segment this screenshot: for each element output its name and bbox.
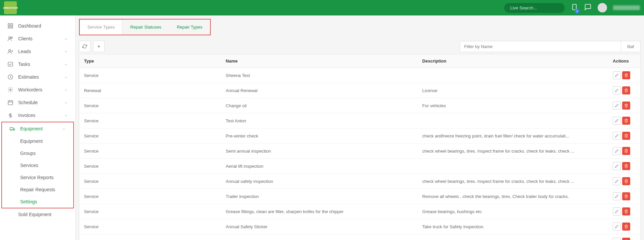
cell-actions bbox=[608, 98, 640, 113]
edit-button[interactable] bbox=[613, 86, 621, 94]
edit-button[interactable] bbox=[613, 102, 621, 110]
delete-button[interactable] bbox=[622, 207, 630, 215]
edit-button[interactable] bbox=[613, 117, 621, 125]
chevron-up-icon bbox=[62, 127, 66, 131]
svg-point-7 bbox=[9, 49, 11, 51]
th-actions: Actions bbox=[608, 54, 640, 68]
cell-type: Service bbox=[79, 219, 221, 234]
sidebar-sub-repair-requests[interactable]: Repair Requests bbox=[2, 184, 73, 196]
chat-icon[interactable] bbox=[584, 3, 592, 12]
sidebar-sub-service-reports[interactable]: Service Reports bbox=[2, 171, 73, 184]
sidebar-item-clients[interactable]: Clients bbox=[0, 32, 75, 45]
live-search-input[interactable] bbox=[504, 3, 565, 13]
table-row: Service Change oil For vehicles bbox=[79, 98, 641, 113]
truck-icon bbox=[9, 126, 15, 132]
table-row: Renewal Annual Renewal License bbox=[79, 83, 641, 98]
clock-icon bbox=[7, 74, 13, 80]
th-desc[interactable]: Description bbox=[417, 54, 608, 68]
table-row: Service Annual Safety Sticker Take truck… bbox=[79, 219, 641, 234]
delete-button[interactable] bbox=[622, 102, 630, 110]
svg-rect-3 bbox=[8, 27, 10, 28]
tab-repair-types[interactable]: Repair Types bbox=[169, 19, 210, 35]
sidebar-sub-groups[interactable]: Groups bbox=[2, 147, 73, 159]
cell-name: Semi annual inspection bbox=[221, 144, 418, 159]
sidebar-sub-equipment[interactable]: Equipment bbox=[2, 135, 73, 147]
go-button[interactable]: Go! bbox=[621, 41, 641, 52]
tabs-wrapper: Service Types Repair Statuses Repair Typ… bbox=[79, 19, 641, 35]
sidebar-item-schedule[interactable]: Schedule bbox=[0, 96, 75, 109]
chevron-down-icon bbox=[64, 49, 68, 53]
delete-button[interactable] bbox=[622, 177, 630, 185]
highlighted-equipment-section: Equipment Equipment Groups Services Serv… bbox=[1, 122, 74, 208]
th-type[interactable]: Type bbox=[79, 54, 221, 68]
avatar[interactable] bbox=[598, 3, 607, 12]
delete-button[interactable] bbox=[622, 147, 630, 155]
logo[interactable]: ARBOSTAR bbox=[4, 1, 17, 14]
svg-rect-2 bbox=[11, 24, 13, 25]
tab-repair-statuses[interactable]: Repair Statuses bbox=[122, 19, 169, 35]
sidebar-item-dashboard[interactable]: Dashboard bbox=[0, 19, 75, 32]
sidebar-item-estimates[interactable]: Estimates bbox=[0, 71, 75, 83]
cell-name: Grease fittings, clean are filter, sharp… bbox=[221, 204, 418, 219]
sidebar-sub-settings[interactable]: Settings bbox=[2, 196, 73, 208]
edit-button[interactable] bbox=[613, 132, 621, 140]
cell-actions bbox=[608, 128, 640, 144]
chevron-down-icon bbox=[64, 88, 68, 92]
cell-name: Test Anton bbox=[221, 113, 418, 128]
delete-button[interactable] bbox=[622, 238, 630, 240]
delete-button[interactable] bbox=[622, 117, 630, 125]
mobile-icon[interactable]: 1 bbox=[571, 3, 578, 12]
sidebar-item-invoices[interactable]: Invoices bbox=[0, 109, 75, 122]
cell-type: Service bbox=[79, 174, 221, 189]
delete-button[interactable] bbox=[622, 132, 630, 140]
refresh-button[interactable] bbox=[79, 41, 90, 52]
delete-button[interactable] bbox=[622, 192, 630, 200]
tab-service-types[interactable]: Service Types bbox=[80, 19, 122, 35]
add-button[interactable] bbox=[93, 41, 105, 52]
cell-type: Service bbox=[79, 204, 221, 219]
delete-button[interactable] bbox=[622, 223, 630, 231]
grid-icon bbox=[7, 23, 13, 29]
sidebar-sub-sold-equipment[interactable]: Sold Equipment bbox=[0, 208, 75, 221]
th-name[interactable]: Name bbox=[221, 54, 418, 68]
cell-name: Trailer inspection bbox=[221, 189, 418, 204]
sidebar-sub-services[interactable]: Services bbox=[2, 159, 73, 171]
edit-button[interactable] bbox=[613, 192, 621, 200]
edit-button[interactable] bbox=[613, 71, 621, 79]
sidebar-label: Dashboard bbox=[18, 23, 41, 29]
edit-button[interactable] bbox=[613, 207, 621, 215]
sidebar-label: Equipment bbox=[20, 126, 43, 131]
cell-desc: Remove all wheels , check the bearings, … bbox=[417, 189, 608, 204]
sidebar-item-tasks[interactable]: Tasks bbox=[0, 58, 75, 71]
table-row: Service Sheena Test bbox=[79, 68, 641, 83]
edit-button[interactable] bbox=[613, 162, 621, 170]
sidebar: Dashboard Clients Leads Tasks bbox=[0, 15, 76, 240]
sidebar-label: Workorders bbox=[18, 87, 42, 92]
gear-icon bbox=[7, 87, 13, 93]
svg-point-19 bbox=[10, 129, 11, 130]
edit-button[interactable] bbox=[613, 147, 621, 155]
sidebar-item-workorders[interactable]: Workorders bbox=[0, 83, 75, 96]
svg-rect-10 bbox=[8, 62, 13, 66]
sidebar-label: Tasks bbox=[18, 62, 30, 67]
filter-input[interactable] bbox=[460, 41, 621, 52]
delete-button[interactable] bbox=[622, 71, 630, 79]
cell-actions bbox=[608, 113, 640, 128]
table-row: Service Licence plate renewal Update Lic… bbox=[79, 234, 641, 240]
table-row: Service Annual safety inspection check w… bbox=[79, 174, 641, 189]
edit-button[interactable] bbox=[613, 177, 621, 185]
sidebar-item-leads[interactable]: Leads bbox=[0, 45, 75, 58]
username[interactable] bbox=[613, 5, 640, 10]
svg-rect-13 bbox=[8, 101, 13, 105]
edit-button[interactable] bbox=[613, 238, 621, 240]
delete-button[interactable] bbox=[622, 86, 630, 94]
cell-type: Service bbox=[79, 68, 221, 83]
delete-button[interactable] bbox=[622, 162, 630, 170]
header-right: 1 bbox=[504, 3, 640, 13]
sidebar-item-equipment[interactable]: Equipment bbox=[2, 122, 73, 135]
cell-actions bbox=[608, 234, 640, 240]
app-header: ARBOSTAR 1 bbox=[0, 0, 644, 15]
tabs: Service Types Repair Statuses Repair Typ… bbox=[80, 19, 210, 35]
cell-name: Annual safety inspection bbox=[221, 174, 418, 189]
edit-button[interactable] bbox=[613, 223, 621, 231]
